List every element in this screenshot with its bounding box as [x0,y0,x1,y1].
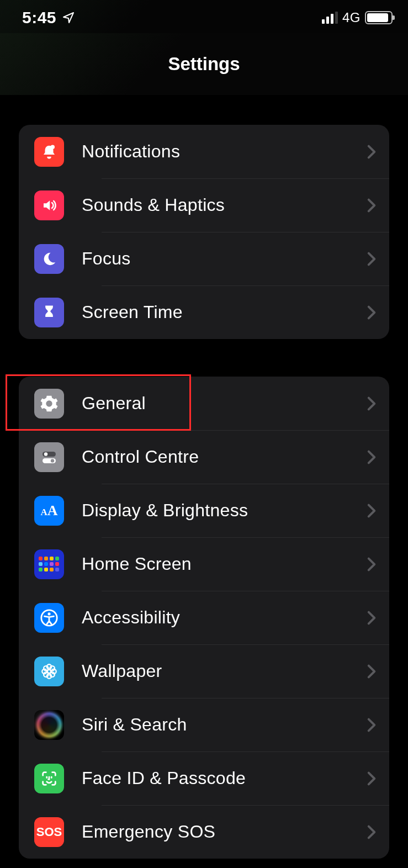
settings-item-control-centre[interactable]: Control Centre [19,430,389,484]
settings-item-label: Accessibility [82,607,367,628]
settings-item-label: Control Centre [82,447,367,467]
chevron-right-icon [367,718,376,732]
settings-item-label: Wallpaper [82,661,367,681]
toggles-icon [34,442,64,472]
siri-icon [34,710,64,740]
settings-item-label: General [82,393,367,414]
settings-item-home-screen[interactable]: Home Screen [19,537,389,591]
settings-item-label: Face ID & Passcode [82,768,367,788]
settings-item-wallpaper[interactable]: Wallpaper [19,644,389,698]
accessibility-icon [34,603,64,633]
status-time: 5:45 [22,8,56,27]
bell-icon [34,137,64,167]
hourglass-icon [34,298,64,327]
settings-item-label: Focus [82,248,367,269]
settings-content: Notifications Sounds & Haptics Focus [0,95,408,859]
settings-item-sos[interactable]: SOS Emergency SOS [19,805,389,859]
chevron-right-icon [367,825,376,839]
flower-icon [34,657,64,686]
chevron-right-icon [367,504,376,518]
settings-item-focus[interactable]: Focus [19,232,389,285]
chevron-right-icon [367,771,376,786]
chevron-right-icon [367,305,376,320]
svg-point-6 [47,612,50,615]
settings-item-display[interactable]: AA Display & Brightness [19,484,389,537]
settings-item-screentime[interactable]: Screen Time [19,285,389,339]
nav-bar: Settings [0,33,408,95]
settings-item-accessibility[interactable]: Accessibility [19,591,389,644]
settings-item-label: Display & Brightness [82,500,367,521]
svg-point-2 [44,452,47,456]
settings-item-label: Notifications [82,141,367,162]
status-bar: 5:45 4G [0,0,408,33]
face-id-icon [34,764,64,793]
status-left: 5:45 [22,8,75,27]
chevron-right-icon [367,198,376,213]
chevron-right-icon [367,557,376,571]
gear-icon [34,389,64,419]
chevron-right-icon [367,145,376,159]
chevron-right-icon [367,450,376,464]
sos-icon: SOS [34,817,64,847]
settings-item-notifications[interactable]: Notifications [19,125,389,178]
home-grid-icon [34,549,64,579]
settings-group: General Control Centre AA Display & Brig… [19,377,389,859]
status-right: 4G [322,10,393,25]
chevron-right-icon [367,252,376,266]
settings-item-siri[interactable]: Siri & Search [19,698,389,751]
settings-item-label: Home Screen [82,554,367,574]
settings-item-label: Screen Time [82,302,367,322]
chevron-right-icon [367,664,376,679]
chevron-right-icon [367,611,376,625]
text-size-icon: AA [34,496,64,526]
speaker-icon [34,190,64,220]
settings-item-label: Sounds & Haptics [82,195,367,215]
settings-item-faceid[interactable]: Face ID & Passcode [19,751,389,805]
chevron-right-icon [367,396,376,411]
settings-item-label: Siri & Search [82,714,367,735]
location-icon [62,11,75,24]
settings-item-sounds[interactable]: Sounds & Haptics [19,178,389,232]
page-title: Settings [168,54,240,75]
signal-icon [322,12,338,24]
moon-icon [34,244,64,274]
settings-item-label: Emergency SOS [82,822,367,842]
settings-item-general[interactable]: General [19,377,389,430]
settings-group: Notifications Sounds & Haptics Focus [19,125,389,339]
svg-point-4 [51,459,54,462]
battery-icon [365,11,393,24]
network-label: 4G [342,10,361,25]
